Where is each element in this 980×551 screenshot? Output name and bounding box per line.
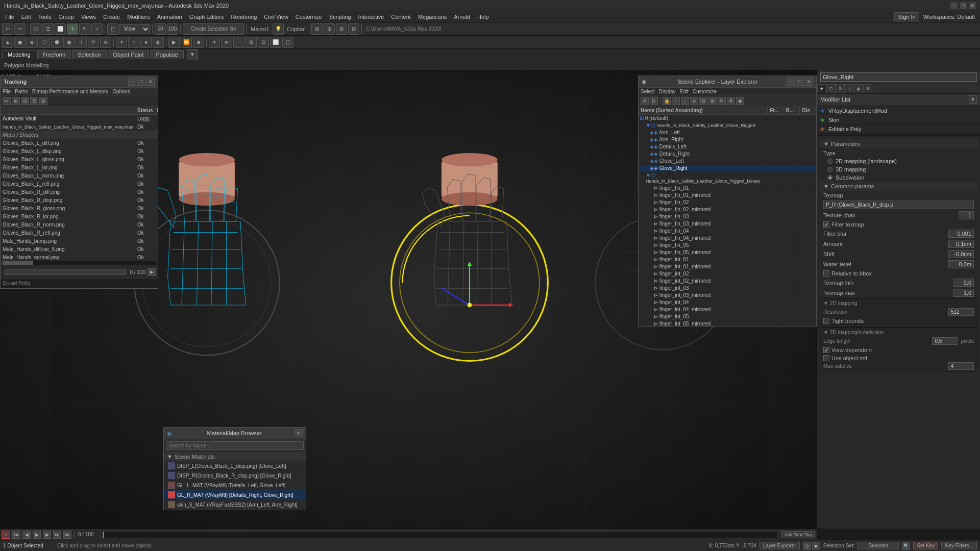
mat-browser-close-btn[interactable]: ✕ bbox=[295, 429, 303, 437]
tracking-restore-btn[interactable]: □ bbox=[137, 78, 145, 86]
exp-btn-vis[interactable]: ◉ bbox=[736, 97, 744, 105]
file-item-1[interactable]: Gloves_Black_L_disp.png Ok bbox=[1, 147, 158, 156]
tab-freeform[interactable]: Freeform bbox=[37, 50, 71, 59]
more-tool4[interactable]: ⊞ bbox=[246, 37, 257, 48]
type-subdiv-radio[interactable] bbox=[827, 175, 832, 180]
file-item-0[interactable]: Gloves_Black_L_diff.png Ok bbox=[1, 139, 158, 147]
anim-prev-frame[interactable]: ⏮ bbox=[12, 531, 20, 539]
selection-set-dropdown[interactable]: Selected bbox=[857, 542, 899, 549]
exp-btn-lock[interactable]: 🔒 bbox=[663, 97, 671, 105]
light-tool2[interactable]: ○ bbox=[128, 37, 139, 48]
icon-grid3[interactable]: ⊞ bbox=[336, 23, 347, 35]
poly-btn3[interactable]: ◈ bbox=[27, 37, 38, 48]
light-tool1[interactable]: ☀ bbox=[116, 37, 127, 48]
quixel-bridge-label[interactable]: Quixel Bridg... bbox=[3, 281, 35, 286]
exp-btn-settings[interactable]: ⚙ bbox=[727, 97, 735, 105]
file-item-9[interactable]: Gloves_Black_R_ior.png Ok bbox=[1, 213, 158, 221]
menu-megascans[interactable]: Megascans bbox=[415, 13, 450, 21]
menu-views[interactable]: Views bbox=[78, 13, 99, 21]
anim-next-key[interactable]: ▶ bbox=[43, 531, 51, 539]
tracking-thumb-view[interactable]: ⊞ bbox=[39, 97, 47, 105]
anim-prev-key[interactable]: ◀ bbox=[22, 531, 31, 539]
minimize-btn[interactable]: ─ bbox=[950, 2, 958, 9]
file-item-8[interactable]: Gloves_Black_R_gloss.png Ok bbox=[1, 205, 158, 213]
select-obj-btn[interactable]: ⬡ bbox=[30, 23, 41, 35]
time-tag-mode[interactable]: ◷ bbox=[803, 542, 811, 550]
file-item-3[interactable]: Gloves_Black_L_ior.png Ok bbox=[1, 164, 158, 172]
texmap-max-value[interactable]: 1,0 bbox=[953, 289, 974, 297]
bone-finger-fin-03-m[interactable]: ⊳ finger_fin_03_mirrored bbox=[639, 220, 816, 228]
exp-btn-expand[interactable]: ⊞ bbox=[708, 97, 717, 105]
type-subdiv-row[interactable]: Subdivision bbox=[819, 173, 978, 182]
explorer-menu-edit[interactable]: Edit bbox=[680, 89, 689, 94]
rotate-btn[interactable]: ↻ bbox=[79, 23, 90, 35]
modify-tab-icon[interactable]: ⊟ bbox=[826, 84, 836, 93]
explorer-close-btn[interactable]: ✕ bbox=[805, 78, 813, 86]
mat-item-0[interactable]: DISP_L(Gloves_Black_L_disp.png) [Glove_L… bbox=[164, 461, 306, 471]
bone-finger-fin-03[interactable]: ⊳ finger_fin_03 bbox=[639, 213, 816, 220]
tracking-btn2[interactable]: ⊕ bbox=[12, 97, 20, 105]
bone-finger-int-04[interactable]: ⊳ finger_int_04 bbox=[639, 299, 816, 306]
exp-btn-sort[interactable]: ⊕ bbox=[690, 97, 698, 105]
tracking-menu-bitmap[interactable]: Bitmap Performance and Memory bbox=[32, 89, 109, 94]
motion-tab-icon[interactable]: ▷ bbox=[845, 84, 854, 93]
anim-last-frame[interactable]: ⏭ bbox=[63, 531, 71, 539]
poly-btn6[interactable]: ◉ bbox=[63, 37, 75, 48]
obj-name-input[interactable]: Glove_Right bbox=[820, 72, 977, 82]
texmap-min-value[interactable]: 0,0 bbox=[953, 279, 974, 287]
tight-bounds-check[interactable] bbox=[823, 318, 829, 324]
menu-edit[interactable]: Edit bbox=[18, 13, 34, 21]
mat-item-3-selected[interactable]: GL_R_MAT (VRayMtl) [Details_Right, Glove… bbox=[164, 490, 306, 500]
view-dropdown[interactable]: View bbox=[119, 24, 150, 34]
anim-tool1[interactable]: ▶ bbox=[168, 37, 180, 48]
tab-object-paint[interactable]: Object Paint bbox=[108, 50, 150, 59]
poly-btn7[interactable]: ⊹ bbox=[76, 37, 87, 48]
window-controls[interactable]: ─ □ ✕ bbox=[950, 2, 976, 9]
search-status-btn[interactable]: 🔍 bbox=[902, 542, 910, 550]
more-tool2[interactable]: ⊳ bbox=[221, 37, 232, 48]
percent-btn[interactable]: 50 bbox=[155, 23, 166, 35]
layer-glove-left[interactable]: ◈◈ Glove_Left bbox=[639, 158, 816, 165]
bone-finger-int-01[interactable]: ⊳ finger_int_01 bbox=[639, 256, 816, 263]
mapping-2d-header[interactable]: ▼ 2D mapping bbox=[823, 300, 974, 306]
progress-play-btn[interactable]: ▶ bbox=[148, 268, 156, 276]
layer-explorer-btn[interactable]: Layer Explorer bbox=[760, 542, 800, 549]
layer-arm-left[interactable]: ◈◈ Arm_Left bbox=[639, 129, 816, 136]
select-by-name-btn[interactable]: ☰ bbox=[42, 23, 54, 35]
hierarchy-tab-icon[interactable]: ⚙ bbox=[836, 84, 845, 93]
menu-content[interactable]: Content bbox=[388, 13, 414, 21]
create-tab-icon[interactable]: ✦ bbox=[817, 84, 826, 93]
type-3d-radio[interactable] bbox=[827, 167, 832, 172]
more-tool7[interactable]: ◫ bbox=[282, 37, 293, 48]
tracking-menu-paths[interactable]: Paths bbox=[15, 89, 28, 94]
menu-arnold[interactable]: Arnold bbox=[451, 13, 473, 21]
tab-modeling[interactable]: Modeling bbox=[2, 50, 36, 59]
edge-length-value[interactable]: 0,5 bbox=[932, 337, 958, 345]
tab-populate[interactable]: Populate bbox=[150, 50, 183, 59]
bone-finger-int-03[interactable]: ⊳ finger_int_03 bbox=[639, 285, 816, 292]
bone-finger-int-03-m[interactable]: ⊳ finger_int_03_mirrored bbox=[639, 292, 816, 299]
common-params-header[interactable]: ▼ Common params bbox=[819, 182, 978, 191]
menu-tools[interactable]: Tools bbox=[35, 13, 55, 21]
bone-finger-int-05[interactable]: ⊳ finger_int_05 bbox=[639, 313, 816, 320]
layer-glove-right-selected[interactable]: ◈◈ Glove_Right bbox=[639, 165, 816, 172]
redo-btn[interactable]: ↪ bbox=[14, 23, 26, 35]
mat-item-1[interactable]: DISP_R(Gloves_Black_R_disp.png) [Glove_R… bbox=[164, 471, 306, 481]
exp-btn-collapse[interactable]: ⊟ bbox=[699, 97, 707, 105]
file-item-4[interactable]: Gloves_Black_L_norm.png Ok bbox=[1, 172, 158, 180]
file-item-6[interactable]: Gloves_Black_R_diff.png Ok bbox=[1, 188, 158, 196]
bones-root[interactable]: ▼⬡ Hands_in_Black_Safety_Leather_Glove_R… bbox=[639, 172, 816, 185]
max-subdivs-value[interactable]: 4 bbox=[948, 362, 974, 370]
layer-arm-right[interactable]: ◈◈ Arm_Right bbox=[639, 136, 816, 143]
bone-finger-fin-02-m[interactable]: ⊳ finger_fin_02_mirrored bbox=[639, 206, 816, 213]
menu-help[interactable]: Help bbox=[474, 13, 492, 21]
mapping-3d-header[interactable]: ▼ 3D mapping/subdivision bbox=[823, 330, 974, 335]
bone-finger-int-04-m[interactable]: ⊳ finger_int_04_mirrored bbox=[639, 306, 816, 313]
tracking-scrollbar[interactable] bbox=[3, 261, 156, 265]
menu-rendering[interactable]: Rendering bbox=[228, 13, 260, 21]
anim-key-mode[interactable]: ● bbox=[2, 531, 10, 539]
explorer-menu-display[interactable]: Display bbox=[659, 89, 676, 94]
layer-details-right[interactable]: ◈◈ Details_Right bbox=[639, 151, 816, 158]
tab-selection[interactable]: Selection bbox=[72, 50, 106, 59]
utilities-tab-icon[interactable]: ⚒ bbox=[863, 84, 872, 93]
